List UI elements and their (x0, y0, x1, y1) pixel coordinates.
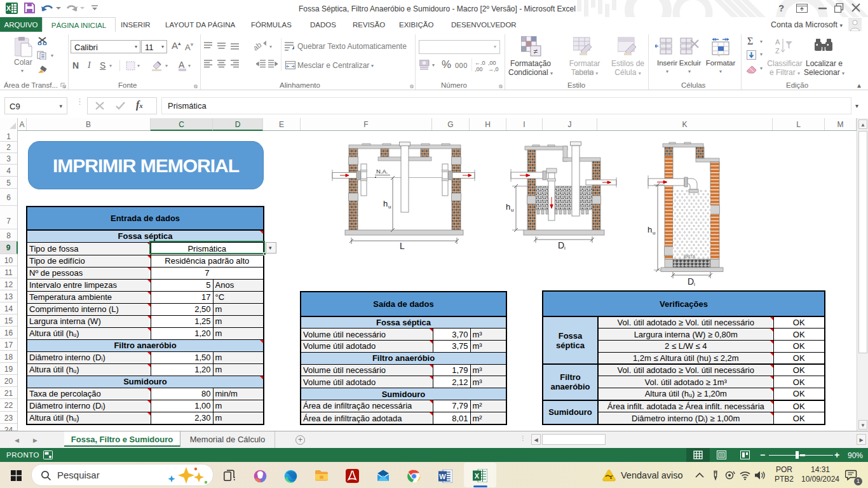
svg-text:h: h (506, 202, 510, 212)
svg-text:L: L (400, 241, 405, 250)
svg-text:Z: Z (775, 47, 780, 55)
svg-text:u: u (511, 207, 513, 213)
svg-text:W: W (439, 473, 446, 480)
svg-text:BRITA: BRITA (684, 254, 696, 259)
svg-text:N.A.: N.A. (376, 168, 388, 175)
svg-text:D: D (688, 276, 694, 287)
svg-text:▾: ▾ (269, 44, 272, 50)
svg-text:i: i (564, 245, 566, 250)
svg-text:X: X (475, 472, 480, 480)
svg-text:h: h (383, 199, 388, 208)
svg-text:D: D (558, 240, 564, 250)
svg-text:≠: ≠ (534, 47, 538, 56)
svg-text:i: i (694, 281, 695, 287)
svg-text:X: X (6, 4, 11, 12)
svg-text:u: u (388, 204, 391, 210)
svg-text:A: A (775, 38, 780, 46)
svg-text:h: h (648, 225, 652, 234)
svg-text:u: u (653, 230, 655, 236)
svg-text:ab: ab (254, 41, 264, 51)
